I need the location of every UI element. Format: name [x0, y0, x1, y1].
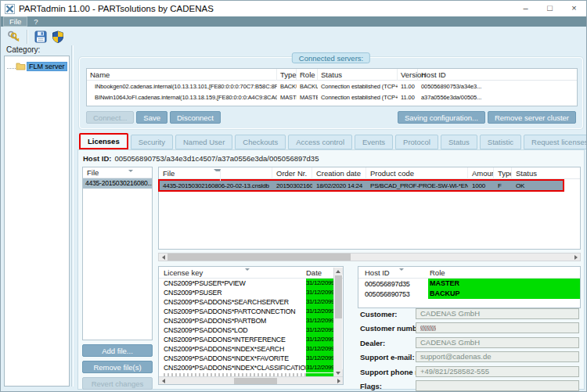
minimize-button[interactable]: –: [513, 1, 538, 16]
menu-help[interactable]: ?: [27, 16, 44, 27]
tab-status[interactable]: Status: [441, 135, 477, 149]
save-server-button[interactable]: Save: [136, 111, 167, 124]
tab-security[interactable]: Security: [131, 135, 173, 149]
remove-files-button[interactable]: Remove file(s): [82, 361, 153, 373]
tab-licenses[interactable]: Licenses: [79, 133, 128, 149]
column-product-code[interactable]: Product code: [366, 167, 468, 179]
file-list-header[interactable]: File: [83, 167, 152, 178]
license-product-code: PS/BCAD_PROF-PROE-SW-WI-*ENTER: [366, 182, 468, 189]
saving-configuration-button[interactable]: Saving configuration...: [398, 111, 485, 124]
scroll-left-arrow[interactable]: [159, 378, 167, 385]
save-icon[interactable]: [34, 30, 48, 44]
menu-file[interactable]: File: [3, 16, 27, 27]
column-amount[interactable]: Amount: [468, 167, 494, 179]
license-key-hscrollbar[interactable]: [159, 376, 343, 385]
add-file-button[interactable]: Add file...: [82, 344, 153, 357]
license-keys-icon[interactable]: [6, 30, 20, 44]
column-role[interactable]: Role: [428, 268, 580, 277]
column-host-id[interactable]: Host ID: [418, 69, 577, 81]
category-tree: FLM server: [4, 56, 70, 387]
dealer-row: Dealer: CADENAS GmbH: [360, 337, 579, 348]
license-key-row[interactable]: CNS2009*PSADDONS*PARTCONNECTION31/12/209…: [159, 307, 343, 316]
customer-number-row: Customer number:: [360, 322, 579, 333]
column-order-nr[interactable]: Order Nr.: [272, 167, 312, 179]
license-key-row[interactable]: CNS2009*PSADDONS*INTERFERENCE31/12/2099: [159, 335, 343, 344]
column-status[interactable]: Status: [512, 167, 580, 179]
scroll-left-arrow[interactable]: [159, 254, 167, 261]
titlebar: PARTadmin 11.00 - PARTsolutions by CADEN…: [1, 1, 586, 16]
column-date[interactable]: Date: [306, 268, 334, 277]
license-key-row[interactable]: CNS2009*PSADDONS*SEARCHSERVER31/12/2099: [159, 297, 343, 307]
column-type[interactable]: Type: [277, 69, 297, 81]
app-icon: [4, 3, 15, 14]
tab-events[interactable]: Events: [355, 135, 393, 149]
scroll-right-arrow[interactable]: [334, 378, 343, 385]
license-key-row[interactable]: CNS2009*PSADDONS*INDEX*CLASSIFICATION31/…: [159, 363, 343, 372]
server-name: BINwin1064JoFI.cadenas.internal(10.13.18…: [87, 94, 277, 101]
customer-number-label: Customer number:: [360, 324, 416, 333]
scrollbar-thumb[interactable]: [335, 275, 342, 318]
file-list-row-selected[interactable]: 4435-2015030216080...: [83, 178, 152, 189]
sidebar-item-flm-server[interactable]: FLM server: [7, 61, 69, 71]
license-table: File Order Nr. Creation date Product cod…: [158, 167, 581, 250]
tab-access-control[interactable]: Access control: [288, 135, 352, 149]
host-role-row[interactable]: 005056897d35 MASTER: [358, 279, 580, 289]
maximize-button[interactable]: □: [538, 1, 562, 16]
scroll-down-arrow[interactable]: [334, 369, 343, 376]
license-key-row[interactable]: CNS2009*PSADDONS*LOD31/12/2099: [159, 325, 343, 335]
host-role-table: Host ID Role 005056897d35 MASTER 0050568…: [358, 266, 581, 308]
customer-number-redacted: [420, 325, 436, 331]
column-status[interactable]: Status: [318, 69, 398, 81]
support-phone-field: +49/821/258582-555: [416, 366, 579, 377]
window-title: PARTadmin 11.00 - PARTsolutions by CADEN…: [19, 4, 214, 13]
column-creation-date[interactable]: Creation date: [312, 167, 366, 179]
scrollbar-thumb[interactable]: [234, 378, 277, 385]
license-key-row[interactable]: CNS2009*PSUSER31/12/2099: [159, 288, 343, 297]
server-cluster-buttons: Saving configuration... Remove server cl…: [398, 111, 576, 124]
server-role: MASTER: [297, 94, 318, 101]
column-license-key[interactable]: License key: [159, 268, 306, 277]
server-row[interactable]: BINwin1064JoFI.cadenas.internal(10.13.18…: [87, 92, 577, 102]
close-button[interactable]: ×: [562, 1, 586, 16]
column-version[interactable]: Version: [398, 69, 418, 81]
tab-protocol[interactable]: Protocol: [395, 135, 438, 149]
scroll-up-arrow[interactable]: [334, 268, 343, 275]
license-key-row[interactable]: CNS2009*PSADDONS*PARTBOM31/12/2099: [159, 316, 343, 325]
column-type[interactable]: Type: [494, 167, 512, 179]
host-id-cell: 005056890753: [358, 290, 428, 298]
license-row-selected[interactable]: 4435-20150302160806-20-02-13.cnsldb 2015…: [159, 180, 564, 191]
column-role[interactable]: Role: [297, 69, 318, 81]
column-name[interactable]: Name: [87, 69, 277, 81]
server-type: MASTER: [277, 94, 297, 101]
dealer-field: CADENAS GmbH: [416, 337, 579, 348]
customer-number-field: [416, 322, 579, 333]
license-key-row[interactable]: CNS2009*PSUSER*PVIEW31/12/2099: [159, 279, 343, 288]
disconnect-button[interactable]: Disconnect: [170, 111, 221, 124]
license-key-row[interactable]: CNS2009*PSADDONS*INDEX*SEARCH31/12/2099: [159, 344, 343, 354]
server-row[interactable]: INbookgen02.cadenas.internal(10.13.13.10…: [87, 81, 577, 92]
host-role-row[interactable]: 005056890753 BACKUP: [358, 289, 580, 299]
toolbar: [1, 27, 586, 46]
license-table-hscrollbar[interactable]: [158, 253, 581, 261]
license-key-row[interactable]: CNS2009*PSADDONS*INDEX*FAVORITE31/12/209…: [159, 354, 343, 363]
column-host-id[interactable]: Host ID: [358, 268, 428, 277]
remove-server-cluster-button[interactable]: Remove server cluster: [488, 111, 576, 124]
license-date: 31/12/2099: [306, 344, 334, 354]
license-key-vscrollbar[interactable]: [333, 268, 342, 376]
license-key: CNS2009*PSADDONS*PARTBOM: [159, 317, 306, 325]
tab-request-licenses-online[interactable]: Request licenses online: [524, 135, 587, 149]
sort-caret-icon: [245, 268, 250, 271]
license-type: F: [494, 182, 512, 189]
scrollbar-thumb[interactable]: [167, 254, 351, 261]
admin-shield-icon[interactable]: [51, 30, 65, 44]
tab-named-user[interactable]: Named User: [175, 135, 232, 149]
tab-statistic[interactable]: Statistic: [480, 135, 521, 149]
tab-checkouts[interactable]: Checkouts: [235, 135, 286, 149]
server-type: BACKUP: [277, 83, 297, 90]
customer-label: Customer:: [360, 310, 416, 318]
host-id-value: 005056890753/a34e3d1c4507/a37a0556e3da/0…: [114, 154, 319, 163]
dealer-label: Dealer:: [360, 339, 416, 347]
panel-splitter[interactable]: [71, 45, 74, 387]
window-controls: – □ ×: [513, 1, 586, 16]
scroll-right-arrow[interactable]: [571, 254, 580, 261]
